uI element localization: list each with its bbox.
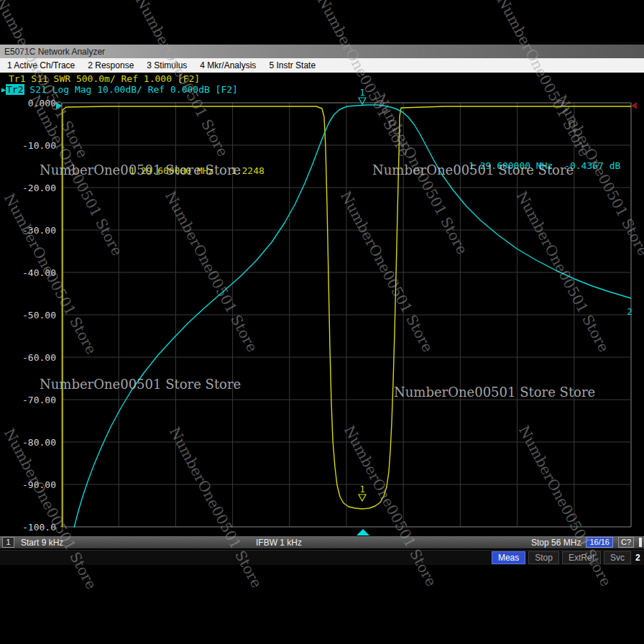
cal-status-badge: C? xyxy=(618,537,634,548)
stop-button[interactable]: Stop xyxy=(528,551,559,564)
marker-readout: 1 29.600000 MHz -0.4367 dB xyxy=(469,160,620,171)
svc-button[interactable]: Svc xyxy=(604,551,631,564)
sweep-indicator-icon xyxy=(356,529,369,535)
marker-label: 2 xyxy=(627,307,632,317)
channel-badge: 1 xyxy=(2,537,14,548)
start-frequency: Start 9 kHz xyxy=(21,538,63,548)
status-edge-marker xyxy=(639,538,642,547)
marker-label: 1 xyxy=(359,484,364,494)
extref-button[interactable]: ExtRef xyxy=(562,551,601,564)
channel2-button[interactable]: 2 xyxy=(635,553,644,563)
ifbw-value: IFBW 1 kHz xyxy=(256,538,302,548)
marker-triangle-icon xyxy=(359,494,366,501)
marker-label: 1 xyxy=(359,88,364,98)
stop-frequency: Stop 56 MHz xyxy=(531,538,581,548)
ref-level-left-icon xyxy=(56,102,62,109)
status-bar: 1 Start 9 kHz IFBW 1 kHz Stop 56 MHz 16/… xyxy=(0,536,644,548)
marker-readout: 1 29.600000 MHz 1.2248 xyxy=(129,165,264,176)
sweep-counter-badge: 16/16 xyxy=(586,537,613,548)
ref-level-right-icon xyxy=(631,102,637,109)
instrument-status-bar: Meas Stop ExtRef Svc 2 xyxy=(0,550,644,565)
marker-triangle-icon xyxy=(359,98,366,104)
meas-button[interactable]: Meas xyxy=(492,551,525,564)
